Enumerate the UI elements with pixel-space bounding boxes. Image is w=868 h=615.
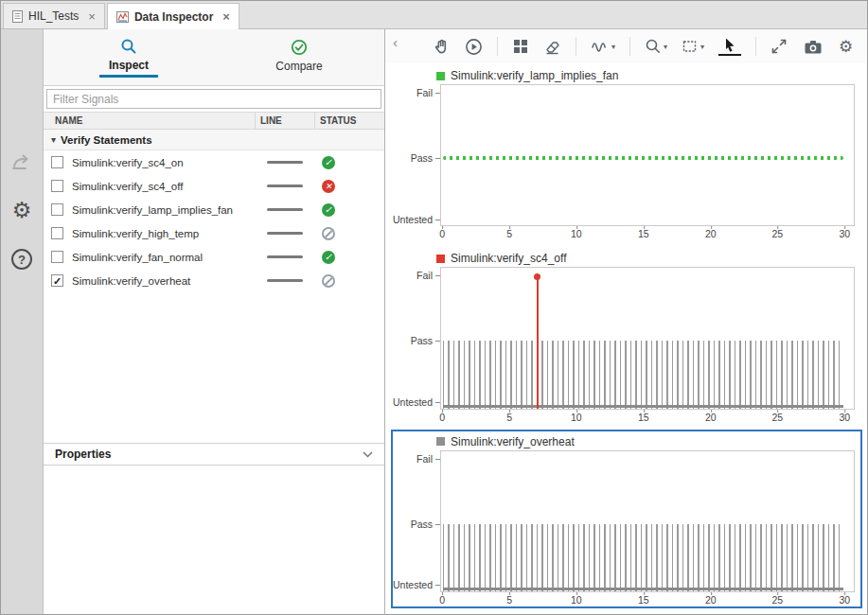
line-style-sample (267, 161, 303, 164)
zoom-region-icon[interactable]: ▾ (682, 39, 704, 54)
row-checkbox[interactable] (51, 203, 63, 216)
group-label: Verify Statements (61, 134, 152, 146)
chevron-down-icon: ▾ (664, 43, 667, 51)
line-style-sample (267, 255, 303, 258)
export-icon[interactable] (9, 148, 35, 174)
plot-canvas[interactable] (440, 267, 855, 409)
pass-comb-series (443, 341, 843, 408)
x-axis: 0 5 10 15 20 25 30 (440, 592, 855, 606)
signal-wave-icon[interactable]: ▾ (591, 39, 615, 54)
y-tick-label: Untested (393, 396, 433, 408)
x-tick-label: 10 (571, 228, 582, 239)
plot-verify-lamp-implies-fan[interactable]: Simulink:verify_lamp_implies_fan Fail Pa… (391, 63, 862, 242)
chevron-down-icon: ▾ (700, 43, 704, 51)
signal-table-header: NAME LINE STATUS (44, 112, 384, 130)
table-row[interactable]: Simulink:verify_lamp_implies_fan (44, 198, 384, 221)
plot-verify-sc4-off[interactable]: Simulink:verify_sc4_off Fail Pass Untest… (391, 246, 862, 425)
status-icon (322, 274, 335, 288)
x-tick-label: 30 (839, 412, 850, 423)
y-tick-label: Pass (411, 335, 433, 346)
row-checkbox[interactable] (51, 251, 63, 263)
snapshot-camera-icon[interactable] (804, 39, 823, 55)
plot-panel: ‹ (385, 29, 867, 614)
x-axis: 0 5 10 15 20 25 30 (440, 410, 855, 424)
collapse-sidebar-icon[interactable]: ‹ (393, 35, 398, 49)
tab-close-icon[interactable]: × (88, 9, 96, 24)
x-tick-label: 15 (638, 594, 649, 606)
collapse-triangle-icon[interactable]: ▾ (51, 134, 56, 145)
plot-title-text: Simulink:verify_sc4_off (451, 252, 567, 265)
toolbar-separator (629, 37, 630, 56)
clear-eraser-icon[interactable] (543, 38, 561, 55)
status-icon (322, 251, 335, 264)
cursor-arrow-icon[interactable] (718, 37, 741, 56)
signal-name: Simulink:verify_sc4_off (72, 181, 255, 192)
tab-data-inspector[interactable]: Data Inspector × (107, 3, 239, 29)
y-tick-label: Fail (416, 270, 433, 281)
row-checkbox[interactable] (51, 180, 63, 192)
tab-hil-tests[interactable]: HIL_Tests × (3, 3, 105, 28)
plot-title-text: Simulink:verify_overheat (451, 435, 575, 448)
tab-close-icon[interactable]: × (222, 9, 230, 24)
replay-icon[interactable] (465, 38, 483, 56)
pan-hand-icon[interactable] (433, 38, 451, 56)
x-tick-label: 25 (771, 594, 783, 606)
table-row[interactable]: Simulink:verify_overheat (44, 269, 384, 292)
plot-canvas[interactable] (440, 450, 855, 592)
table-row[interactable]: Simulink:verify_sc4_off (44, 174, 384, 198)
help-icon[interactable]: ? (9, 246, 35, 272)
sidebar-empty-space (44, 292, 384, 443)
row-checkbox[interactable] (51, 227, 63, 239)
line-style-sample (267, 232, 303, 235)
y-axis: Fail Pass Untested (395, 84, 440, 226)
legend-swatch (436, 72, 445, 80)
status-icon (322, 227, 335, 240)
zoom-icon[interactable]: ▾ (645, 38, 667, 55)
signal-sidebar: Inspect Compare NAME LINE STATUS (44, 29, 385, 614)
tab-compare[interactable]: Compare (214, 29, 384, 85)
x-tick-label: 25 (771, 412, 783, 423)
filter-signals-input[interactable] (46, 89, 381, 109)
column-header-status[interactable]: STATUS (314, 113, 384, 129)
x-tick-label: 15 (638, 228, 649, 239)
x-tick-label: 0 (439, 594, 445, 606)
table-row[interactable]: Simulink:verify_fan_normal (44, 245, 384, 269)
column-header-name[interactable]: NAME (44, 115, 255, 126)
tab-label: HIL_Tests (28, 9, 79, 23)
x-tick-label: 5 (506, 412, 512, 423)
properties-section-header[interactable]: Properties (44, 443, 384, 466)
x-tick-label: 10 (571, 412, 582, 423)
fit-to-view-icon[interactable] (771, 38, 788, 55)
tab-inspect[interactable]: Inspect (44, 29, 214, 85)
toolbar-separator (497, 37, 498, 56)
plot-legend: Simulink:verify_lamp_implies_fan (436, 67, 855, 84)
table-row[interactable]: Simulink:verify_high_temp (44, 221, 384, 245)
toolbar-right-group: ⚙ (771, 38, 867, 55)
subplot-layout-icon[interactable] (512, 38, 529, 55)
tab-inspect-label: Inspect (99, 59, 158, 78)
toolbar-separator (755, 37, 756, 56)
x-tick-label: 30 (839, 594, 850, 606)
column-header-line[interactable]: LINE (255, 113, 314, 129)
plot-verify-overheat[interactable]: Simulink:verify_overheat Fail Pass Untes… (391, 430, 862, 608)
x-tick-label: 15 (638, 412, 649, 423)
status-icon (322, 180, 335, 193)
properties-label: Properties (55, 448, 111, 461)
y-tick-label: Pass (411, 152, 433, 164)
x-tick-label: 20 (705, 412, 717, 423)
plot-canvas[interactable] (440, 84, 855, 226)
status-icon (322, 156, 335, 169)
fail-stem-marker (537, 276, 539, 408)
window-tab-bar: HIL_Tests × Data Inspector × (1, 1, 867, 29)
pass-dotted-series (443, 156, 843, 160)
chevron-down-icon[interactable] (363, 451, 373, 458)
group-verify-statements[interactable]: ▾ Verify Statements (44, 130, 384, 150)
row-checkbox[interactable] (51, 156, 63, 168)
pass-comb-series (443, 524, 843, 591)
table-row[interactable]: Simulink:verify_sc4_on (44, 150, 384, 174)
row-checkbox[interactable] (51, 274, 63, 287)
x-tick-label: 25 (771, 228, 783, 239)
plot-settings-gear-icon[interactable]: ⚙ (839, 39, 853, 55)
signal-name: Simulink:verify_lamp_implies_fan (72, 204, 255, 216)
settings-gear-icon[interactable]: ⚙ (9, 197, 35, 223)
